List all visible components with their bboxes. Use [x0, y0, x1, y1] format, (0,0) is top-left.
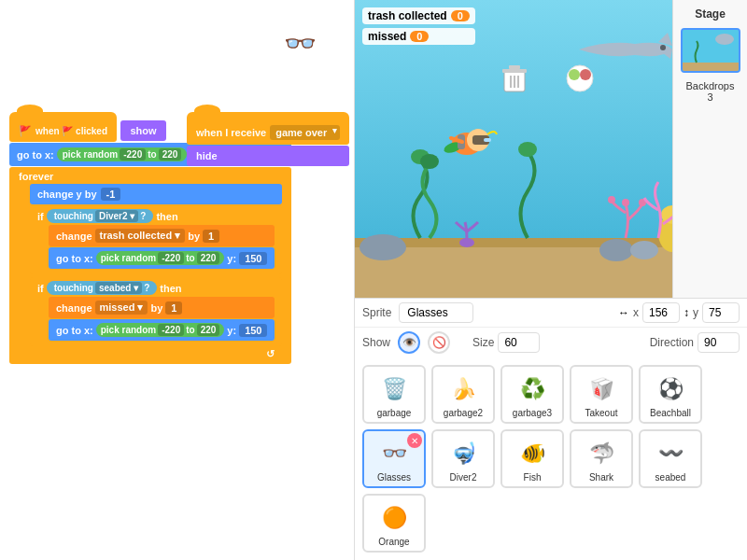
- sprite-emoji-garbage2: 🍌: [442, 371, 485, 408]
- code-canvas: 👓 🚩 when 🚩 clicked show go to x: pick ra…: [0, 0, 354, 560]
- direction-label: Direction: [650, 336, 694, 349]
- missed-label: missed: [368, 30, 406, 43]
- missed-value: 0: [410, 31, 429, 42]
- code-panel: 👓 🚩 when 🚩 clicked show go to x: pick ra…: [0, 0, 355, 560]
- change-y-block[interactable]: change y by -1: [30, 184, 282, 204]
- sprite-name-beachball: Beachball: [650, 408, 691, 418]
- sprite-name-takeout: Takeout: [585, 408, 617, 418]
- sprite-name-seabed: seabed: [655, 472, 686, 483]
- sprite-emoji-orange: 🟠: [373, 499, 416, 537]
- delete-sprite-button[interactable]: ✕: [407, 433, 422, 448]
- stage-sidebar: Stage Backdrops 3: [672, 0, 747, 298]
- show-visible-button[interactable]: 👁️: [398, 331, 420, 354]
- when-receive-block[interactable]: when I receive game over ▾: [187, 112, 349, 145]
- sprite-name-diver2: Diver2: [450, 472, 477, 483]
- show-block[interactable]: show: [120, 120, 165, 141]
- loop-arrow: ↺: [19, 348, 282, 360]
- hud-missed-row: missed 0: [362, 28, 475, 45]
- svg-point-5: [630, 241, 658, 259]
- svg-point-34: [715, 34, 734, 45]
- sprite-thumb-diver2[interactable]: 🤿Diver2: [431, 429, 495, 488]
- sprite-emoji-takeout: 🥡: [580, 371, 623, 408]
- sprite-info-row2: Show 👁️ 🚫 Size Direction: [355, 328, 747, 357]
- if-seabed-block[interactable]: if touching seabed ▾ ? then change: [30, 277, 282, 346]
- size-input[interactable]: [498, 332, 540, 353]
- svg-point-11: [622, 199, 629, 206]
- sprite-thumb-orange[interactable]: 🟠Orange: [362, 494, 426, 553]
- svg-rect-33: [683, 63, 739, 71]
- sprite-thumb-glasses[interactable]: ✕👓Glasses: [362, 429, 426, 488]
- if-diver-block[interactable]: if touching Diver2 ▾ ? then change: [30, 205, 282, 274]
- y-input[interactable]: [702, 302, 740, 323]
- svg-rect-17: [502, 69, 527, 73]
- hud-trash-row: trash collected 0: [362, 7, 475, 24]
- when-receive-label: when I receive: [196, 127, 266, 138]
- right-panel: trash collected 0 missed 0 Stage: [355, 0, 747, 560]
- svg-rect-18: [509, 65, 520, 69]
- sprite-name-orange: Orange: [378, 537, 409, 547]
- stage-canvas: trash collected 0 missed 0: [355, 0, 672, 298]
- sprite-emoji-seabed: 〰️: [649, 435, 692, 472]
- sprite-name-glasses: Glasses: [377, 472, 411, 483]
- goto-xy-2-block[interactable]: go to x: pick random -220 to 220 y: 150: [49, 247, 275, 269]
- size-label: Size: [472, 336, 494, 349]
- trash-collected-value: 0: [451, 10, 470, 21]
- sprite-thumb-beachball[interactable]: ⚽Beachball: [639, 365, 702, 424]
- sprite-emoji-garbage3: ♻️: [511, 371, 554, 408]
- sprite-thumb-garbage[interactable]: 🗑️garbage: [362, 365, 426, 424]
- sprite-thumb-garbage3[interactable]: ♻️garbage3: [500, 365, 564, 424]
- sprite-name-shark: Shark: [589, 472, 613, 483]
- sprite-info-row: Sprite ↔ x ↕ y: [355, 299, 747, 328]
- y-arrow-icon: ↕: [684, 306, 689, 319]
- sprite-thumb-fish[interactable]: 🐠Fish: [500, 429, 564, 488]
- svg-point-24: [580, 69, 591, 80]
- show-label: show: [130, 125, 156, 136]
- svg-rect-28: [484, 138, 491, 142]
- x-input[interactable]: [642, 302, 680, 323]
- sprite-name-garbage3: garbage3: [513, 408, 552, 418]
- svg-point-7: [420, 154, 439, 169]
- y-label: y: [693, 306, 698, 319]
- hide-label: hide: [196, 150, 218, 161]
- goto-xy-3-block[interactable]: go to x: pick random -220 to 220 y: 150: [49, 319, 275, 341]
- show-label-text: Show: [362, 336, 390, 349]
- svg-point-3: [359, 234, 406, 260]
- sprite-emoji-fish: 🐠: [511, 435, 554, 472]
- sprite-label-text: Sprite: [362, 306, 391, 319]
- sprite-name-input[interactable]: [399, 302, 473, 323]
- svg-point-23: [569, 69, 580, 80]
- receive-stack: when I receive game over ▾ hide: [187, 112, 349, 166]
- when-clicked-label: when 🚩 clicked: [35, 126, 107, 136]
- sprite-emoji-garbage: 🗑️: [373, 371, 416, 408]
- when-flag-clicked-block[interactable]: 🚩 when 🚩 clicked: [9, 112, 117, 142]
- sprite-thumb-takeout[interactable]: 🥡Takeout: [570, 365, 633, 424]
- sprite-thumb-seabed[interactable]: 〰️seabed: [639, 429, 702, 488]
- sprite-name-garbage2: garbage2: [444, 408, 483, 418]
- sprite-emoji-beachball: ⚽: [649, 371, 692, 408]
- change-missed-block[interactable]: change missed ▾ by 1: [49, 297, 275, 318]
- svg-point-8: [518, 142, 537, 157]
- show-hidden-button[interactable]: 🚫: [428, 331, 450, 354]
- forever-block[interactable]: forever change y by -1 if touchin: [9, 167, 291, 364]
- x-arrow-icon: ↔: [618, 306, 629, 319]
- glasses-icon: 👓: [284, 28, 317, 59]
- hud: trash collected 0 missed 0: [362, 7, 475, 45]
- direction-input[interactable]: [698, 332, 740, 353]
- stage-label: Stage: [695, 7, 726, 21]
- bottom-panel: Sprite ↔ x ↕ y Show 👁️ 🚫 Size Direction: [355, 298, 747, 560]
- trash-collected-label: trash collected: [368, 9, 447, 22]
- stage-thumb-preview: [683, 30, 739, 71]
- hide-block[interactable]: hide: [187, 146, 349, 166]
- sprite-name-garbage: garbage: [377, 408, 412, 418]
- x-label: x: [633, 306, 639, 319]
- change-trash-block[interactable]: change trash collected ▾ by 1: [49, 225, 275, 246]
- stage-thumbnail[interactable]: [681, 28, 740, 73]
- sprite-name-fish: Fish: [524, 472, 542, 483]
- sprite-emoji-shark: 🦈: [580, 435, 623, 472]
- sprites-grid: 🗑️garbage🍌garbage2♻️garbage3🥡Takeout⚽Bea…: [355, 357, 747, 560]
- sprite-thumb-garbage2[interactable]: 🍌garbage2: [431, 365, 495, 424]
- sprite-thumb-shark[interactable]: 🦈Shark: [570, 429, 633, 488]
- svg-point-10: [608, 196, 615, 203]
- svg-point-15: [660, 45, 666, 50]
- flag-icon: 🚩: [19, 125, 32, 137]
